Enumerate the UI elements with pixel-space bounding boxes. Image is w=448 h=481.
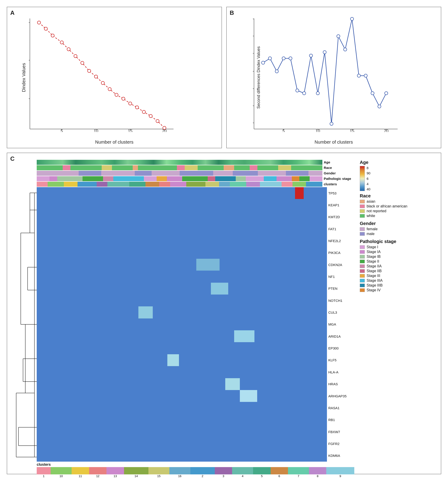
gene-label-hla-a: HLA-A	[327, 370, 354, 374]
cluster-num-4: 4	[232, 474, 253, 478]
age-legend: Age 8 90 6 4 40	[360, 160, 436, 191]
gene-label-ep300: EP300	[327, 346, 354, 350]
svg-point-65	[303, 92, 306, 95]
gender-female-label: female	[367, 227, 378, 231]
svg-point-16	[37, 21, 41, 24]
svg-point-77	[385, 92, 388, 95]
gene-heatmap-fat1	[37, 223, 327, 235]
stage-iiib-swatch	[360, 284, 365, 287]
gene-heatmap-cdkn2a	[37, 259, 327, 271]
gender-female: female	[360, 227, 436, 231]
stage-iv-swatch	[360, 288, 365, 292]
gene-heatmap-notch1	[37, 294, 327, 306]
gene-row-arhgap35: ARHGAP35	[37, 390, 354, 402]
stage-iiib-label: Stage IIIB	[367, 283, 383, 287]
gender-legend-title: Gender	[360, 221, 436, 226]
bottom-section: C Age	[7, 153, 441, 474]
age-colorbar-area: 8 90 6 4 40	[360, 166, 436, 191]
svg-point-30	[136, 106, 139, 109]
gene-label-fgfr2: FGFR2	[327, 442, 354, 446]
stage-iib-swatch	[360, 269, 365, 273]
gene-label-mga: MGA	[327, 322, 354, 326]
panel-b-label: B	[230, 9, 234, 16]
gene-row-hras: HRAS	[37, 378, 354, 390]
age-90: 90	[367, 171, 371, 175]
gene-row-nf1: NF1	[37, 271, 354, 282]
gene-label-fat1: FAT1	[327, 227, 354, 231]
svg-point-70	[337, 35, 340, 38]
svg-point-24	[94, 75, 98, 78]
gene-label-kdm6a: KDM6A	[327, 454, 354, 458]
age-max: 8	[367, 166, 371, 170]
cluster-num-6: 6	[271, 474, 288, 478]
gene-label-nfe2l2: NFE2L2	[327, 239, 354, 243]
stage-iv-label: Stage IV	[367, 288, 380, 292]
stage-iiia: Stage IIIA	[360, 278, 436, 283]
gene-heatmap-kmt2d	[37, 211, 327, 223]
pathstage-legend-title: Pathologic stage	[360, 239, 436, 244]
age-bar	[37, 160, 322, 165]
stage-ib: Stage IB	[360, 255, 436, 259]
annotation-bars: Age	[37, 160, 354, 187]
stage-iiib: Stage IIIB	[360, 283, 436, 287]
svg-point-17	[44, 27, 47, 30]
race-notreported: not reported	[360, 209, 436, 213]
cluster-num-15: 15	[148, 474, 169, 478]
stage-i-swatch	[360, 245, 365, 249]
svg-point-18	[51, 34, 54, 37]
gene-heatmap-ep300	[37, 342, 327, 354]
cluster-number-labels: 1 10 11 12 13 14 15 16 2 3 4	[37, 474, 354, 478]
svg-point-71	[344, 48, 347, 51]
stage-ib-swatch	[360, 255, 365, 258]
race-asian: asian	[360, 199, 436, 203]
race-bar	[37, 165, 322, 170]
cluster-num-10: 10	[51, 474, 72, 478]
race-black-label: black or african american	[367, 204, 407, 208]
pathstage-label: Pathologic stage	[322, 176, 354, 181]
gene-label-rasa1: RASA1	[327, 406, 354, 410]
race-white-swatch	[360, 214, 365, 218]
stage-i-label: Stage I	[367, 245, 378, 249]
gene-row-cul3: CUL3	[37, 306, 354, 318]
gene-row-fgfr2: FGFR2	[37, 438, 354, 450]
svg-point-29	[129, 102, 132, 105]
race-bar-row: Race	[37, 165, 354, 170]
gene-label-arhgap35: ARHGAP35	[327, 394, 354, 398]
race-black: black or african american	[360, 204, 436, 208]
gender-female-swatch	[360, 227, 365, 231]
race-white-label: white	[367, 214, 375, 218]
panel-a-x-label: Number of clusters	[95, 140, 133, 145]
svg-point-68	[323, 51, 326, 54]
gender-male-swatch	[360, 232, 365, 236]
svg-point-61	[275, 70, 278, 73]
age-label: Age	[322, 160, 354, 165]
svg-point-66	[309, 54, 312, 57]
svg-point-67	[316, 92, 319, 95]
clusters-bar-row: clusters	[37, 182, 354, 187]
svg-point-25	[101, 81, 104, 85]
heatmap-area: Age	[14, 160, 354, 469]
main-container: A Dindex Values Number of clusters 4.0 3…	[0, 0, 448, 481]
gene-row-kdm6a: KDM6A	[37, 450, 354, 462]
gene-heatmap-tp53	[37, 187, 327, 199]
svg-point-28	[122, 97, 125, 100]
pathstage-bar-row: Pathologic stage	[37, 176, 354, 181]
cluster-num-13: 13	[106, 474, 124, 478]
stage-iiia-label: Stage IIIA	[367, 278, 383, 283]
gene-label-notch1: NOTCH1	[327, 299, 354, 302]
gene-row-pik3ca: PIK3CA	[37, 247, 354, 259]
svg-point-22	[81, 61, 84, 65]
svg-point-72	[350, 17, 354, 21]
svg-point-69	[330, 122, 333, 125]
gender-male: male	[360, 232, 436, 236]
panel-b-x-label: Number of clusters	[315, 140, 353, 145]
gender-label: Gender	[322, 171, 354, 176]
gene-heatmap-fbxw7	[37, 426, 327, 438]
gene-heatmap-hras	[37, 378, 327, 390]
gene-heatmap-nf1	[37, 271, 327, 282]
svg-point-62	[282, 57, 285, 60]
gene-row-notch1: NOTCH1	[37, 294, 354, 306]
gene-row-pten: PTEN	[37, 283, 354, 294]
gene-label-kmt2d: KMT2D	[327, 215, 354, 219]
panel-c-content: Age	[14, 160, 436, 469]
